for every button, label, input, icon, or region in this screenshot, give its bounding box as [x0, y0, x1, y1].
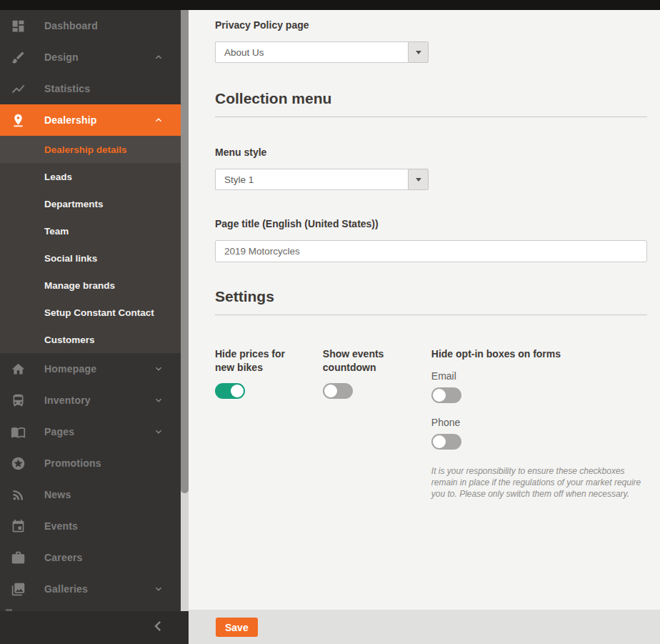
toggle-knob [433, 389, 446, 402]
save-button[interactable]: Save [216, 618, 258, 637]
dealership-submenu: Dealership details Leads Departments Tea… [0, 136, 181, 353]
submenu-item-team[interactable]: Team [0, 217, 181, 244]
sidebar-item-galleries[interactable]: Galleries [0, 573, 181, 605]
sidebar-item-label: Careers [44, 552, 83, 563]
collapse-sidebar-button[interactable] [147, 617, 169, 638]
sidebar-item-careers[interactable]: Careers [0, 542, 181, 573]
toggle-knob [324, 385, 337, 397]
chevron-up-icon [153, 51, 164, 63]
sidebar-item-label: Inventory [44, 395, 91, 406]
save-bar: Save [189, 610, 660, 644]
settings-heading: Settings [215, 288, 647, 305]
sidebar-item-label: Galleries [44, 583, 88, 595]
sidebar-item-label: Events [44, 520, 78, 532]
phone-label: Phone [431, 417, 647, 428]
sidebar-item-homepage[interactable]: Homepage [0, 353, 181, 385]
sidebar-item-label: Statistics [44, 83, 90, 94]
menu-style-select[interactable]: Style 1 [215, 169, 429, 190]
top-bar [0, 0, 660, 10]
settings-toggles-row: Hide prices for new bikes Show events co… [215, 347, 647, 500]
star-circle-icon [10, 455, 26, 471]
submenu-item-dealership-details[interactable]: Dealership details [0, 136, 181, 163]
privacy-policy-select[interactable]: About Us [215, 41, 429, 63]
hide-prices-label: Hide prices for new bikes [215, 347, 307, 375]
chevron-up-icon [153, 114, 164, 126]
chevron-left-icon [148, 616, 168, 639]
submenu-item-social-links[interactable]: Social links [0, 244, 181, 272]
page-title-input[interactable] [215, 240, 647, 262]
show-events-label: Show events countdown [323, 347, 401, 375]
sidebar-item-inventory[interactable]: Inventory [0, 385, 181, 416]
menu-style-selected-value: Style 1 [215, 169, 408, 190]
sidebar-item-label: Dashboard [44, 20, 98, 31]
chevron-down-icon [153, 426, 164, 437]
chevron-down-icon [153, 363, 164, 375]
dropdown-button[interactable] [408, 169, 429, 190]
sidebar-item-statistics[interactable]: Statistics [0, 73, 181, 104]
line-chart-icon [10, 81, 26, 96]
submenu-item-setup-constant-contact[interactable]: Setup Constant Contact [0, 299, 181, 326]
sidebar-item-label: News [44, 489, 71, 500]
dropdown-button[interactable] [408, 41, 429, 63]
phone-opt-in-toggle[interactable] [431, 434, 461, 450]
rss-icon [10, 487, 26, 502]
email-opt-in-toggle[interactable] [431, 387, 461, 403]
toggle-knob [231, 385, 244, 397]
sidebar-item-dealership[interactable]: Dealership [0, 104, 181, 136]
submenu-item-manage-brands[interactable]: Manage brands [0, 272, 181, 299]
sidebar-item-label: Dealership [44, 114, 97, 126]
collection-menu-heading: Collection menu [215, 90, 647, 107]
show-events-group: Show events countdown [323, 347, 431, 500]
submenu-item-departments[interactable]: Departments [0, 190, 181, 217]
home-icon [10, 361, 26, 377]
sidebar-item-design[interactable]: Design [0, 41, 181, 73]
menu-style-label: Menu style [215, 146, 647, 159]
open-book-icon [10, 424, 26, 440]
main-content: Privacy Policy page About Us Collection … [189, 10, 660, 610]
vehicle-icon [10, 392, 26, 408]
calendar-icon [10, 518, 26, 534]
chevron-down-icon [153, 583, 164, 595]
page-title-label: Page title (English (United States)) [215, 217, 647, 231]
sidebar-scrollbar[interactable] [181, 10, 189, 611]
privacy-policy-selected-value: About Us [215, 41, 408, 63]
submenu-item-leads[interactable]: Leads [0, 163, 181, 190]
chevron-down-icon [153, 395, 164, 406]
sidebar: Dashboard Design Statistics Dealership D… [0, 10, 181, 644]
submenu-item-customers[interactable]: Customers [0, 326, 181, 353]
sidebar-item-promotions[interactable]: Promotions [0, 447, 181, 479]
sidebar-item-news[interactable]: News [0, 479, 181, 510]
gallery-icon [10, 581, 26, 597]
sidebar-item-pages[interactable]: Pages [0, 416, 181, 447]
opt-in-group: Hide opt-in boxes on forms Email Phone I… [431, 347, 647, 500]
briefcase-icon [10, 550, 26, 565]
show-events-countdown-toggle[interactable] [323, 383, 353, 399]
sidebar-item-label: Pages [44, 426, 74, 437]
sidebar-collapse-bar [0, 611, 189, 644]
section-divider [215, 314, 647, 315]
dashboard-icon [10, 18, 26, 34]
caret-down-icon [416, 178, 421, 182]
sidebar-item-label: Homepage [44, 363, 96, 375]
sidebar-item-events[interactable]: Events [0, 510, 181, 542]
opt-in-label: Hide opt-in boxes on forms [431, 347, 647, 361]
section-divider [215, 117, 647, 117]
sidebar-item-dashboard[interactable]: Dashboard [0, 10, 181, 41]
sidebar-scrollbar-thumb[interactable] [181, 10, 189, 493]
sidebar-item-label: Design [44, 51, 79, 63]
brush-icon [10, 49, 26, 65]
caret-down-icon [416, 51, 421, 54]
pin-drop-icon [10, 112, 26, 128]
hide-prices-toggle[interactable] [215, 383, 245, 399]
privacy-policy-label: Privacy Policy page [215, 19, 647, 32]
email-label: Email [431, 370, 647, 382]
sidebar-item-label: Promotions [44, 457, 101, 469]
opt-in-note: It is your responsibility to ensure thes… [431, 465, 646, 500]
hide-prices-group: Hide prices for new bikes [215, 347, 323, 500]
toggle-knob [433, 435, 446, 448]
